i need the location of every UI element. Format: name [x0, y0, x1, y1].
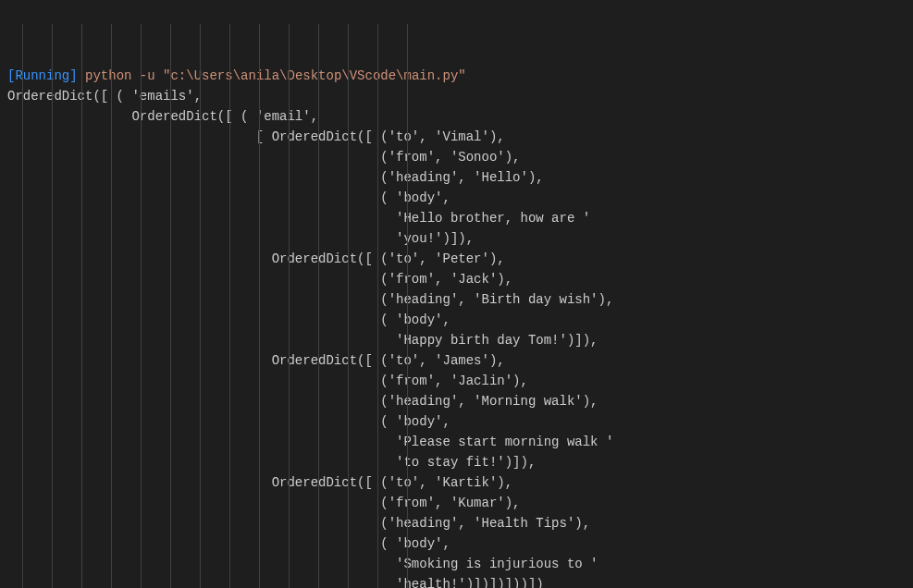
output-line: ('heading', 'Morning walk'),	[7, 391, 906, 411]
output-line: ('heading', 'Birth day wish'),	[7, 289, 906, 310]
output-line: 'health!')])])]))])	[7, 574, 906, 588]
output-line: ( 'body',	[7, 533, 906, 554]
output-line: 'Please start morning walk '	[7, 432, 906, 452]
output-line: 'Hello brother, how are '	[7, 208, 906, 228]
output-line: 'to stay fit!')]),	[7, 452, 906, 472]
output-line: 'you!')]),	[7, 228, 906, 249]
output-line: ('heading', 'Hello'),	[7, 167, 906, 188]
output-line: OrderedDict([ ( 'email',	[7, 106, 906, 127]
output-line: ( 'body',	[7, 310, 906, 330]
output-line: 'Smoking is injurious to '	[7, 554, 906, 574]
output-line: OrderedDict([ ( 'emails',	[7, 86, 906, 106]
output-line: OrderedDict([ ('to', 'Kartik'),	[7, 472, 906, 493]
output-line: ('heading', 'Health Tips'),	[7, 513, 906, 533]
output-line: [ OrderedDict([ ('to', 'Vimal'),	[7, 127, 906, 147]
command-line: [Running] python -u "c:\Users\anila\Desk…	[7, 66, 906, 86]
output-line: 'Happy birth day Tom!')]),	[7, 330, 906, 350]
command-interpreter: python -u	[85, 68, 155, 83]
output-line: ('from', 'Kumar'),	[7, 493, 906, 513]
output-line: OrderedDict([ ('to', 'Peter'),	[7, 249, 906, 269]
output-line: ('from', 'Jaclin'),	[7, 371, 906, 391]
terminal-output[interactable]: [Running] python -u "c:\Users\anila\Desk…	[7, 4, 906, 588]
output-line: ('from', 'Sonoo'),	[7, 147, 906, 167]
output-line: ('from', 'Jack'),	[7, 269, 906, 289]
output-line: ( 'body',	[7, 188, 906, 208]
command-path: "c:\Users\anila\Desktop\VScode\main.py"	[163, 68, 466, 83]
running-label: [Running]	[7, 68, 78, 83]
output-line: ( 'body',	[7, 411, 906, 432]
output-line: OrderedDict([ ('to', 'James'),	[7, 350, 906, 371]
